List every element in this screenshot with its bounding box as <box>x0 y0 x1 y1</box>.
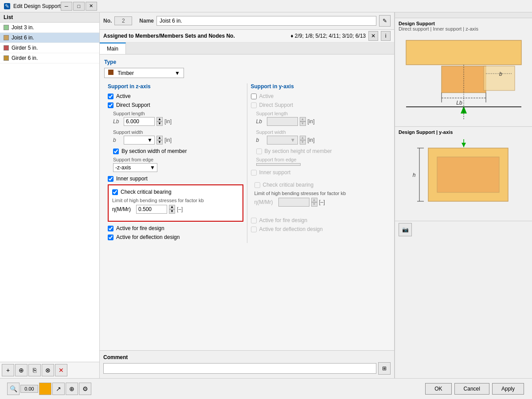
comment-browse-button[interactable]: ⊞ <box>378 362 391 375</box>
assigned-clear-button[interactable]: ✕ <box>368 31 378 41</box>
z-eta-down[interactable]: ▼ <box>169 209 175 214</box>
assigned-values: ♦ 2/9; 1/8; 5/12; 4/11; 3/10; 6/13 <box>290 33 366 39</box>
apply-button[interactable]: Apply <box>492 383 524 395</box>
add-button[interactable]: + <box>2 364 14 376</box>
z-direct-support-checkbox[interactable] <box>108 102 113 108</box>
list-item[interactable]: Joist 3 in. <box>0 23 99 33</box>
y-direct-support-checkbox[interactable] <box>251 102 257 108</box>
assigned-info-button[interactable]: i <box>381 31 391 41</box>
list-item-4[interactable]: Girder 6 in. <box>0 53 99 63</box>
name-input[interactable] <box>156 16 376 26</box>
cancel-button[interactable]: Cancel <box>454 383 489 395</box>
type-dropdown[interactable]: Timber ▼ <box>104 68 184 78</box>
no-group: No. 2 <box>103 16 132 25</box>
tool2-button[interactable]: ⊕ <box>66 383 78 395</box>
list-header: List <box>0 12 99 23</box>
list-item-label-4: Girder 6 in. <box>12 55 38 61</box>
add2-button[interactable]: ⊕ <box>15 364 27 376</box>
z-fire-checkbox[interactable] <box>108 226 113 231</box>
z-edge-dropdown[interactable]: -z-axis ▼ <box>113 163 157 172</box>
z-critical-bearing-checkbox[interactable] <box>112 189 118 195</box>
name-label: Name <box>139 18 154 24</box>
z-inner-support-label: Inner support <box>116 176 148 182</box>
right-panel-header <box>395 12 532 18</box>
y-width-up[interactable]: ▲ <box>300 136 306 140</box>
copy-button[interactable]: ⎘ <box>28 364 41 376</box>
diagram1-title: Design Support <box>399 21 528 26</box>
z-support-edge-label: Support from edge <box>113 157 243 162</box>
z-width-dropdown[interactable]: ▼ <box>124 136 155 145</box>
type-section-title: Type <box>104 59 390 65</box>
y-deflection-label: Active for deflection design <box>259 226 323 232</box>
delete1-button[interactable]: ⊗ <box>42 364 54 376</box>
list-item-selected[interactable]: Joist 6 in. <box>0 33 99 43</box>
tool3-button[interactable]: ⚙ <box>79 383 91 395</box>
y-by-section-label: By section height of member <box>265 148 332 154</box>
type-color-box: Timber <box>108 70 134 76</box>
z-width-dropdown-icon: ▼ <box>147 137 153 143</box>
y-support-length-label: Support length <box>256 111 387 116</box>
diagram2-svg: h <box>402 139 526 219</box>
comment-label: Comment <box>103 354 391 360</box>
z-direct-support-row: Direct Support <box>108 102 243 108</box>
y-by-section-checkbox[interactable] <box>256 149 262 154</box>
y-fire-checkbox[interactable] <box>251 218 257 223</box>
y-width-down[interactable]: ▼ <box>300 140 306 145</box>
y-edge-dropdown[interactable] <box>256 163 301 166</box>
type-value: Timber <box>117 70 134 76</box>
y-length-down[interactable]: ▼ <box>300 121 306 126</box>
z-inner-support-row: Inner support <box>108 176 243 182</box>
minimize-button[interactable]: ─ <box>61 2 72 11</box>
y-inner-support-checkbox[interactable] <box>251 170 257 176</box>
tab-main[interactable]: Main <box>100 43 126 54</box>
y-active-checkbox[interactable] <box>251 94 257 99</box>
z-length-down[interactable]: ▼ <box>156 121 163 126</box>
bottom-area: 🔍 0.00 ↗ ⊕ ⚙ OK Cancel Apply <box>0 378 532 399</box>
tool1-button[interactable]: ↗ <box>52 383 65 395</box>
y-length-unit: [in] <box>308 118 315 125</box>
no-value: 2 <box>114 16 132 25</box>
y-critical-bearing-checkbox[interactable] <box>254 182 260 188</box>
z-eta-input[interactable] <box>136 205 167 214</box>
timber-color-box <box>108 70 113 75</box>
y-eta-up[interactable]: ▲ <box>311 198 317 202</box>
y-eta-unit: [–] <box>319 199 325 205</box>
camera-button[interactable]: 📷 <box>399 223 412 236</box>
y-eta-row: η(M/Mr) ▲ ▼ [–] <box>254 198 383 207</box>
delete-button[interactable]: ✕ <box>55 364 67 376</box>
coord-display: 0.00 <box>20 385 38 393</box>
list-item-color-3 <box>4 45 9 51</box>
z-inner-support-checkbox[interactable] <box>108 176 113 182</box>
ok-button[interactable]: OK <box>425 383 451 395</box>
z-deflection-checkbox[interactable] <box>108 235 113 240</box>
z-eta-up[interactable]: ▲ <box>169 205 175 209</box>
z-width-up[interactable]: ▲ <box>156 136 163 140</box>
z-width-down[interactable]: ▼ <box>156 140 163 145</box>
svg-rect-16 <box>437 157 499 192</box>
y-eta-down[interactable]: ▼ <box>311 202 317 207</box>
y-axis-title: Support in y-axis <box>251 83 387 90</box>
y-width-dropdown[interactable]: ▼ <box>267 136 298 145</box>
svg-text:b: b <box>499 71 502 77</box>
search-button[interactable]: 🔍 <box>7 383 20 395</box>
y-length-input[interactable] <box>267 117 298 126</box>
svg-text:Lb: Lb <box>456 100 462 106</box>
comment-input[interactable] <box>103 363 376 374</box>
color-box-button[interactable] <box>39 383 51 395</box>
z-support-width-label: Support width <box>113 129 243 135</box>
z-active-checkbox[interactable] <box>108 94 113 99</box>
y-length-up[interactable]: ▲ <box>300 117 306 121</box>
y-eta-input[interactable] <box>278 198 309 207</box>
z-length-up[interactable]: ▲ <box>156 117 163 121</box>
y-axis-column: Support in y-axis Active Direct Support … <box>247 83 390 243</box>
list-items: Joist 3 in. Joist 6 in. Girder 5 in. Gir… <box>0 23 99 362</box>
z-by-section-checkbox[interactable] <box>113 149 119 154</box>
type-section: Type Timber ▼ <box>104 59 390 78</box>
edit-name-button[interactable]: ✎ <box>379 15 391 27</box>
z-length-input[interactable] <box>124 117 155 126</box>
close-button[interactable]: ✕ <box>86 2 97 11</box>
y-deflection-checkbox[interactable] <box>251 227 257 232</box>
maximize-button[interactable]: □ <box>73 2 85 11</box>
list-item-3[interactable]: Girder 5 in. <box>0 43 99 53</box>
diagram2-area: h <box>395 137 532 221</box>
